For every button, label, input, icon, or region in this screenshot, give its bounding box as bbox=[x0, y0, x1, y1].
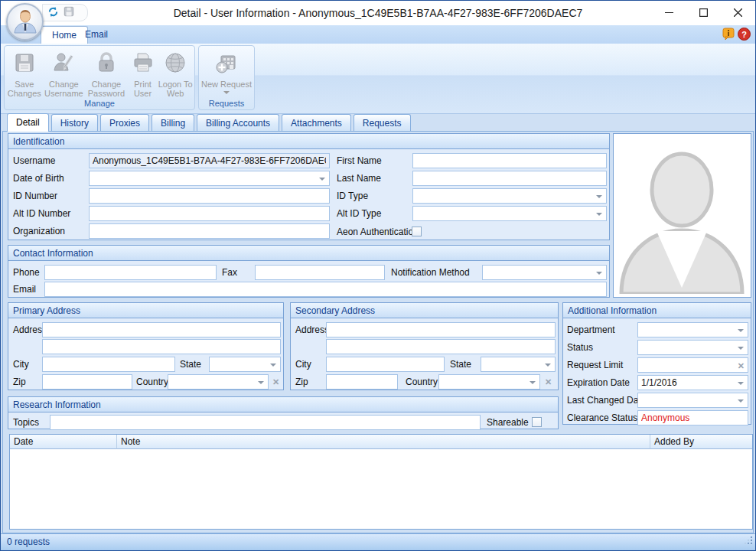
save-icon[interactable] bbox=[64, 6, 74, 19]
notes-table: Date Note Added By bbox=[9, 434, 753, 530]
about-icon[interactable] bbox=[722, 28, 735, 43]
user-photo-box bbox=[613, 133, 751, 298]
id-type-combo[interactable] bbox=[412, 188, 607, 204]
last-changed-date-label: Last Changed Date bbox=[567, 393, 646, 408]
expiration-date-label: Expiration Date bbox=[567, 375, 630, 390]
aeon-authentication-checkbox[interactable] bbox=[412, 227, 422, 236]
secondary-zip-field[interactable] bbox=[326, 374, 398, 390]
refresh-icon[interactable] bbox=[47, 6, 59, 20]
last-changed-date-combo[interactable] bbox=[637, 393, 748, 408]
secondary-country-clear-icon[interactable]: ✕ bbox=[545, 374, 552, 390]
chevron-down-icon bbox=[545, 364, 551, 367]
requests-group-label: Requests bbox=[199, 97, 254, 109]
save-changes-button[interactable]: Save Changes bbox=[6, 49, 43, 98]
primary-country-label: Country bbox=[136, 374, 168, 390]
close-button[interactable] bbox=[721, 1, 755, 24]
id-number-field[interactable] bbox=[89, 188, 330, 204]
clearance-status-label: Clearance Status bbox=[567, 410, 637, 425]
notification-method-combo[interactable] bbox=[482, 265, 607, 280]
username-field[interactable] bbox=[89, 153, 330, 168]
new-request-button[interactable]: New Request bbox=[200, 49, 253, 94]
chevron-down-icon bbox=[738, 399, 744, 403]
topics-field[interactable] bbox=[50, 415, 481, 430]
clearance-status-field[interactable] bbox=[637, 410, 748, 425]
fax-field[interactable] bbox=[255, 265, 385, 280]
last-name-label: Last Name bbox=[337, 171, 381, 186]
first-name-label: First Name bbox=[337, 153, 382, 168]
alt-id-number-field[interactable] bbox=[89, 206, 330, 221]
secondary-address-line2-field[interactable] bbox=[326, 339, 556, 354]
request-limit-clear-icon[interactable]: ✕ bbox=[738, 358, 745, 373]
primary-city-field[interactable] bbox=[42, 357, 175, 372]
email-field[interactable] bbox=[44, 282, 607, 297]
phone-field[interactable] bbox=[44, 265, 217, 280]
change-password-button[interactable]: Change Password bbox=[85, 49, 128, 98]
status-combo[interactable] bbox=[637, 340, 748, 355]
primary-zip-field[interactable] bbox=[42, 374, 132, 390]
primary-zip-label: Zip bbox=[13, 374, 26, 390]
help-icon[interactable]: ? bbox=[738, 28, 751, 43]
secondary-state-combo[interactable] bbox=[481, 357, 556, 372]
first-name-field[interactable] bbox=[412, 153, 607, 168]
secondary-country-label: Country bbox=[406, 374, 438, 390]
minimize-button[interactable] bbox=[652, 1, 686, 24]
ribbon-group-requests: New Request Requests bbox=[198, 45, 255, 110]
aeon-authentication-label: Aeon Authentication bbox=[337, 224, 419, 240]
new-request-dropdown-icon[interactable] bbox=[223, 91, 230, 94]
tab-attachments[interactable]: Attachments bbox=[282, 114, 351, 132]
logon-to-web-button[interactable]: Logon To Web bbox=[158, 49, 193, 98]
secondary-city-field[interactable] bbox=[326, 357, 445, 372]
research-information-section: Research Information Topics Shareable bbox=[8, 396, 559, 429]
change-username-button[interactable]: Change Username bbox=[43, 49, 86, 98]
user-avatar-icon bbox=[11, 7, 39, 37]
request-limit-label: Request Limit bbox=[567, 357, 623, 373]
secondary-zip-label: Zip bbox=[295, 374, 308, 390]
chevron-down-icon bbox=[596, 272, 602, 275]
date-of-birth-label: Date of Birth bbox=[13, 171, 64, 186]
app-window: Detail - User Information - Anonymous_1C… bbox=[0, 0, 756, 551]
tab-proxies[interactable]: Proxies bbox=[100, 114, 149, 132]
notification-method-label: Notification Method bbox=[391, 265, 470, 280]
primary-address-line1-field[interactable] bbox=[42, 322, 281, 337]
shareable-checkbox[interactable] bbox=[532, 417, 542, 427]
chevron-down-icon bbox=[530, 381, 536, 384]
last-name-field[interactable] bbox=[412, 171, 607, 186]
notes-column-note[interactable]: Note bbox=[117, 435, 650, 449]
primary-state-combo[interactable] bbox=[209, 357, 281, 372]
request-limit-field[interactable]: ✕ bbox=[637, 357, 748, 373]
notes-column-added-by[interactable]: Added By bbox=[650, 435, 752, 449]
secondary-country-combo[interactable] bbox=[438, 374, 540, 390]
ribbon-tab-email[interactable]: Email bbox=[74, 26, 119, 44]
application-menu-button[interactable] bbox=[6, 3, 44, 41]
secondary-address-line1-field[interactable] bbox=[326, 322, 556, 337]
notes-column-date[interactable]: Date bbox=[10, 435, 117, 449]
primary-state-label: State bbox=[180, 357, 201, 372]
user-photo-placeholder-icon bbox=[614, 131, 751, 297]
identification-section: Identification Username Date of Birth ID… bbox=[8, 133, 610, 240]
secondary-address-section: Secondary Address Address City State Zip… bbox=[290, 302, 559, 390]
chevron-down-icon bbox=[738, 347, 744, 350]
tab-requests[interactable]: Requests bbox=[354, 114, 411, 132]
tab-billing-accounts[interactable]: Billing Accounts bbox=[197, 114, 279, 132]
tab-history[interactable]: History bbox=[51, 114, 98, 132]
primary-address-line2-field[interactable] bbox=[42, 339, 281, 354]
resize-grip-icon[interactable] bbox=[744, 535, 754, 549]
window-title: Detail - User Information - Anonymous_1C… bbox=[1, 7, 755, 19]
primary-country-combo[interactable] bbox=[168, 374, 269, 390]
expiration-date-combo[interactable]: 1/1/2016 bbox=[637, 375, 748, 390]
contact-header: Contact Information bbox=[8, 246, 609, 261]
username-label: Username bbox=[13, 153, 55, 168]
title-bar: Detail - User Information - Anonymous_1C… bbox=[1, 1, 755, 25]
print-user-button[interactable]: Print User bbox=[128, 49, 158, 98]
maximize-button[interactable] bbox=[686, 1, 721, 24]
primary-country-clear-icon[interactable]: ✕ bbox=[272, 374, 279, 390]
organization-field[interactable] bbox=[89, 223, 330, 239]
svg-text:?: ? bbox=[741, 30, 747, 39]
department-combo[interactable] bbox=[637, 322, 748, 337]
tab-billing[interactable]: Billing bbox=[152, 114, 194, 132]
alt-id-type-combo[interactable] bbox=[412, 206, 607, 221]
date-of-birth-combo[interactable] bbox=[89, 171, 330, 186]
tab-detail[interactable]: Detail bbox=[7, 113, 49, 132]
phone-label: Phone bbox=[13, 265, 40, 280]
email-label: Email bbox=[13, 282, 36, 297]
